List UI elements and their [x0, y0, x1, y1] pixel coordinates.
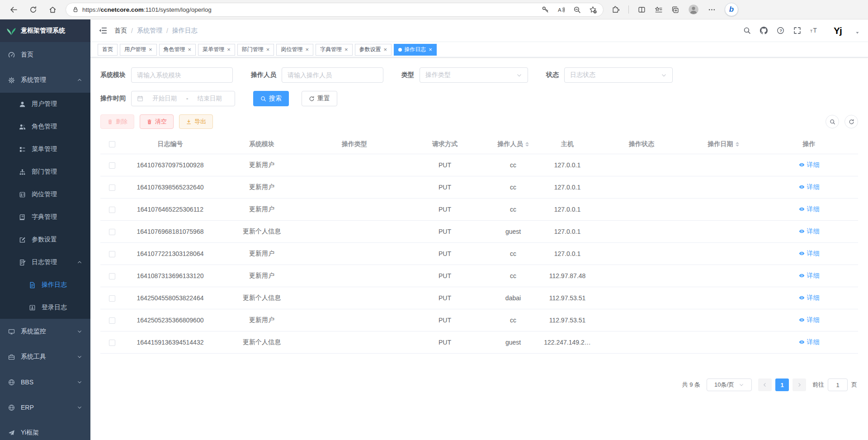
read-aloud-icon[interactable]: A: [557, 6, 565, 14]
sidebar-item-menu-mgmt[interactable]: 菜单管理: [0, 138, 90, 161]
sort-carets-icon[interactable]: [525, 140, 529, 148]
row-checkbox[interactable]: [109, 207, 115, 213]
collections-icon[interactable]: [671, 6, 679, 14]
tab-close-icon[interactable]: ×: [149, 46, 152, 53]
sidebar-item-dept-mgmt[interactable]: 部门管理: [0, 161, 90, 183]
split-screen-icon[interactable]: [638, 6, 646, 14]
extensions-icon[interactable]: [612, 6, 619, 14]
row-checkbox[interactable]: [109, 251, 115, 257]
detail-link[interactable]: 详细: [799, 272, 820, 280]
column-header[interactable]: 操作日期: [687, 140, 760, 148]
fullscreen-icon[interactable]: [793, 27, 801, 34]
sidebar-item-system-mgmt[interactable]: 系统管理: [0, 67, 90, 93]
detail-link[interactable]: 详细: [799, 294, 820, 302]
tab-operation-log[interactable]: 操作日志×: [394, 44, 437, 56]
sort-carets-icon[interactable]: [736, 140, 739, 148]
tab-close-icon[interactable]: ×: [227, 46, 231, 53]
tab-user-mgmt[interactable]: 用户管理×: [120, 44, 157, 56]
tab-menu-mgmt[interactable]: 菜单管理×: [198, 44, 235, 56]
search-button[interactable]: 搜索: [253, 91, 289, 106]
operator-input[interactable]: [282, 67, 383, 83]
password-key-icon[interactable]: [542, 6, 549, 14]
detail-link[interactable]: 详细: [799, 227, 820, 236]
sidebar-item-log-mgmt[interactable]: 日志管理: [0, 251, 90, 274]
browser-profile-avatar[interactable]: [688, 4, 699, 15]
detail-link[interactable]: 详细: [799, 250, 820, 258]
refresh-icon[interactable]: [29, 6, 37, 14]
row-checkbox[interactable]: [109, 317, 115, 324]
sidebar-item-system-tools[interactable]: 系统工具: [0, 344, 90, 369]
sidebar-item-dict-mgmt[interactable]: 字典管理: [0, 206, 90, 228]
avatar-caret-icon[interactable]: [855, 30, 860, 35]
sidebar-item-login-log[interactable]: 登录日志: [0, 296, 90, 319]
prev-page-button[interactable]: [758, 378, 772, 391]
sidebar-item-post-mgmt[interactable]: 岗位管理: [0, 183, 90, 206]
address-bar[interactable]: https://ccnetcore.com:1101/system/log/op…: [66, 3, 604, 17]
search-icon[interactable]: [743, 27, 751, 34]
date-range-picker[interactable]: 开始日期 - 结束日期: [131, 91, 235, 106]
select-all-checkbox[interactable]: [109, 141, 115, 147]
tab-close-icon[interactable]: ×: [384, 46, 387, 53]
favorites-icon[interactable]: [655, 6, 662, 14]
tab-close-icon[interactable]: ×: [344, 46, 348, 53]
tab-dept-mgmt[interactable]: 部门管理×: [237, 44, 274, 56]
detail-link[interactable]: 详细: [799, 316, 820, 324]
reset-button[interactable]: 重置: [302, 91, 337, 106]
row-checkbox[interactable]: [109, 162, 115, 169]
tab-role-mgmt[interactable]: 角色管理×: [159, 44, 196, 56]
goto-page-input[interactable]: [828, 378, 848, 391]
row-checkbox[interactable]: [109, 185, 115, 191]
refresh-table-button[interactable]: [844, 115, 858, 128]
sidebar-item-operation-log[interactable]: 操作日志: [0, 274, 90, 296]
page-size-select[interactable]: 10条/页: [707, 378, 752, 391]
current-page-button[interactable]: 1: [775, 378, 789, 391]
lock-icon[interactable]: [72, 6, 79, 13]
detail-link[interactable]: 详细: [799, 161, 820, 169]
zoom-out-icon[interactable]: [573, 6, 581, 14]
row-checkbox[interactable]: [109, 273, 115, 279]
detail-link[interactable]: 详细: [799, 205, 820, 213]
export-button[interactable]: 导出: [179, 114, 213, 129]
user-avatar[interactable]: Yj: [830, 23, 846, 39]
github-icon[interactable]: [760, 27, 768, 34]
sidebar-item-param-settings[interactable]: 参数设置: [0, 228, 90, 251]
detail-link[interactable]: 详细: [799, 338, 820, 346]
row-checkbox[interactable]: [109, 340, 115, 346]
clear-button[interactable]: 清空: [140, 114, 174, 129]
type-select[interactable]: 操作类型: [420, 67, 528, 83]
tab-close-icon[interactable]: ×: [429, 46, 432, 53]
detail-link[interactable]: 详细: [799, 183, 820, 191]
back-icon[interactable]: [10, 6, 18, 14]
add-favorite-icon[interactable]: [589, 6, 597, 14]
font-size-icon[interactable]: TT: [810, 27, 818, 34]
sidebar-toggle-icon[interactable]: [99, 26, 107, 35]
breadcrumb-item[interactable]: 首页: [114, 27, 127, 35]
status-select[interactable]: 日志状态: [564, 67, 673, 83]
toggle-search-button[interactable]: [826, 115, 839, 128]
tab-close-icon[interactable]: ×: [266, 46, 270, 53]
next-page-button[interactable]: [793, 378, 806, 391]
help-icon[interactable]: ?: [777, 27, 784, 34]
sidebar-item-bbs[interactable]: BBS: [0, 369, 90, 395]
sidebar-item-user-mgmt[interactable]: 用户管理: [0, 93, 90, 115]
tab-dict-mgmt[interactable]: 字典管理×: [316, 44, 353, 56]
tab-close-icon[interactable]: ×: [305, 46, 309, 53]
breadcrumb-item[interactable]: 系统管理: [137, 27, 162, 35]
tab-param-settings[interactable]: 参数设置×: [355, 44, 392, 56]
sidebar-item-role-mgmt[interactable]: 角色管理: [0, 115, 90, 138]
tab-home[interactable]: 首页: [98, 44, 118, 56]
home-icon[interactable]: [49, 6, 57, 14]
row-checkbox[interactable]: [109, 295, 115, 302]
row-checkbox[interactable]: [109, 229, 115, 235]
column-header[interactable]: 操作人员: [488, 140, 538, 148]
sidebar-item-erp[interactable]: ERP: [0, 395, 90, 420]
delete-button[interactable]: 删除: [100, 114, 134, 129]
sidebar-item-home[interactable]: 首页: [0, 42, 90, 67]
more-options-icon[interactable]: [708, 6, 716, 14]
bing-chat-icon[interactable]: b: [725, 3, 738, 16]
tab-close-icon[interactable]: ×: [188, 46, 192, 53]
sidebar-item-yi-framework[interactable]: Yi框架: [0, 420, 90, 440]
tab-post-mgmt[interactable]: 岗位管理×: [276, 44, 313, 56]
module-input[interactable]: [131, 67, 233, 83]
sidebar-item-system-monitor[interactable]: 系统监控: [0, 319, 90, 344]
